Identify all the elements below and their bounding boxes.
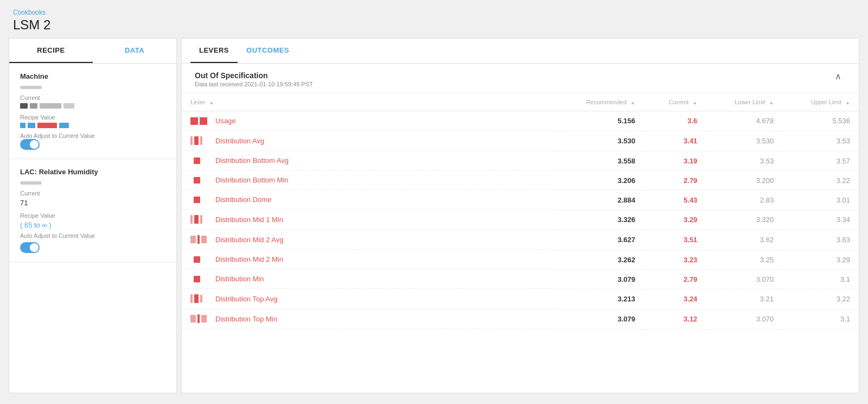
- tab-data[interactable]: DATA: [93, 39, 176, 63]
- content-header-left: Out Of Specification Data last received …: [195, 71, 313, 87]
- tab-recipe[interactable]: RECIPE: [9, 39, 93, 63]
- lever-icon-sq-m: [194, 294, 199, 303]
- lever-icon-red: [190, 117, 198, 125]
- current-cell: 3.29: [644, 210, 706, 230]
- lower-limit-cell: 2.83: [706, 190, 782, 210]
- content-header: Out Of Specification Data last received …: [182, 64, 859, 93]
- table-row: Usage5.1563.64.6785.536: [182, 111, 859, 131]
- lever-icon-bar-p: [190, 294, 193, 303]
- lever-icon-bar: [197, 314, 200, 323]
- lever-cell: Usage: [182, 111, 554, 131]
- recommended-cell: 3.530: [554, 131, 644, 151]
- machine-current-label: Current: [20, 94, 165, 101]
- recommended-cell: 3.627: [554, 230, 644, 250]
- table-body: Usage5.1563.64.6785.536 Distribution Avg…: [182, 111, 859, 330]
- main-tabs: LEVERS OUTCOMES: [182, 39, 859, 64]
- machine-auto-adjust-label: Auto Adjust to Current Value: [20, 132, 165, 139]
- lever-name[interactable]: Distribution Mid 2 Avg: [215, 236, 284, 244]
- col-current[interactable]: Current ▲: [644, 93, 706, 111]
- humidity-toggle-knob: [30, 243, 39, 252]
- col-lever[interactable]: Lever ▲: [182, 93, 554, 111]
- col-recommended[interactable]: Recommended ▲: [554, 93, 644, 111]
- lever-icon-sq-pink1: [190, 315, 196, 323]
- table-row: Distribution Avg3.5303.413.5303.53: [182, 131, 859, 151]
- table-row: Distribution Mid 2 Avg3.6273.513.623.63: [182, 230, 859, 250]
- lever-icon-group: [190, 157, 212, 164]
- lever-cell: Distribution Bottom Avg: [182, 151, 554, 171]
- app-title: LSM 2: [13, 17, 855, 33]
- lever-icon-bar-mid: [194, 215, 199, 224]
- lever-name[interactable]: Distribution Mid 1 Min: [215, 216, 283, 224]
- lever-icon-sq: [194, 256, 200, 263]
- current-cell: 3.24: [644, 289, 706, 309]
- lever-name[interactable]: Distribution Bottom Avg: [215, 156, 289, 165]
- lever-icon-sq-pink2: [201, 236, 207, 243]
- machine-toggle[interactable]: [20, 139, 40, 150]
- recommended-cell: 2.884: [554, 190, 644, 210]
- tab-outcomes[interactable]: OUTCOMES: [238, 39, 298, 63]
- lever-cell: Distribution Avg: [182, 131, 554, 151]
- lever-icon-sq: [194, 276, 200, 282]
- recommended-cell: 3.079: [554, 269, 644, 289]
- upper-limit-cell: 3.01: [782, 190, 859, 210]
- recommended-cell: 3.326: [554, 210, 644, 230]
- current-cell: 3.19: [644, 151, 706, 171]
- lower-limit-cell: 3.200: [706, 171, 782, 190]
- table-row: Distribution Top Min3.0793.123.0703.1: [182, 309, 859, 329]
- lower-sort-icon: ▲: [769, 100, 774, 105]
- current-cell: 5.43: [644, 190, 706, 210]
- current-cell: 3.41: [644, 131, 706, 151]
- lever-icon-bar-mid: [194, 136, 199, 145]
- upper-limit-cell: 3.22: [782, 289, 859, 309]
- lever-icon-bar-p2: [200, 295, 202, 302]
- col-lower-limit[interactable]: Lower Limit ▲: [706, 93, 782, 111]
- recommended-cell: 3.079: [554, 309, 644, 329]
- lever-icon-group: [190, 256, 212, 263]
- lower-limit-cell: 3.320: [706, 210, 782, 230]
- lever-name[interactable]: Distribution Dome: [215, 195, 271, 204]
- lever-icon-group: [190, 117, 212, 125]
- lever-icon-group: [190, 294, 212, 303]
- current-cell: 3.12: [644, 309, 706, 329]
- col-upper-limit[interactable]: Upper Limit ▲: [782, 93, 859, 111]
- humidity-auto-adjust-label: Auto Adjust to Current Value: [20, 232, 165, 239]
- lever-icon-bar-pink2: [200, 136, 202, 145]
- machine-title: Machine: [20, 72, 165, 80]
- lever-name[interactable]: Distribution Top Min: [215, 315, 277, 323]
- upper-limit-cell: 3.34: [782, 210, 859, 230]
- table-row: Distribution Mid 2 Min3.2623.233.253.29: [182, 250, 859, 269]
- collapse-button[interactable]: ∧: [831, 71, 846, 81]
- machine-toggle-knob: [30, 140, 39, 149]
- main-layout: RECIPE DATA Machine Current Recipe Value…: [0, 38, 868, 393]
- lever-name[interactable]: Distribution Mid 2 Min: [215, 255, 283, 263]
- recommended-cell: 3.558: [554, 151, 644, 171]
- lever-icon-red2: [200, 117, 207, 125]
- upper-sort-icon: ▲: [845, 100, 850, 105]
- tab-levers[interactable]: LEVERS: [190, 39, 238, 63]
- humidity-recipe-label: Recipe Value: [20, 212, 165, 219]
- lever-name[interactable]: Usage: [215, 117, 236, 125]
- upper-limit-cell: 3.29: [782, 250, 859, 269]
- humidity-auto-adjust-row: Auto Adjust to Current Value: [20, 232, 165, 239]
- recommended-cell: 3.262: [554, 250, 644, 269]
- lever-name[interactable]: Distribution Min: [215, 275, 264, 283]
- lower-limit-cell: 3.25: [706, 250, 782, 269]
- lever-name[interactable]: Distribution Bottom Min: [215, 176, 288, 184]
- breadcrumb[interactable]: Cookbooks: [13, 9, 855, 16]
- lever-cell: Distribution Mid 2 Avg: [182, 230, 554, 250]
- table-row: Distribution Bottom Min3.2062.793.2003.2…: [182, 171, 859, 190]
- lever-name[interactable]: Distribution Top Avg: [215, 295, 277, 303]
- lever-icon-group: [190, 235, 212, 244]
- lever-cell: Distribution Min: [182, 269, 554, 289]
- sidebar: RECIPE DATA Machine Current Recipe Value…: [9, 38, 177, 393]
- humidity-title: LAC: Relative Humidity: [20, 168, 165, 176]
- lever-sort-icon: ▲: [209, 100, 214, 105]
- humidity-recipe-value: ( 65 to ∞ ): [20, 221, 165, 229]
- humidity-current-label: Current: [20, 190, 165, 197]
- lever-name[interactable]: Distribution Avg: [215, 137, 264, 145]
- humidity-toggle[interactable]: [20, 242, 40, 253]
- current-cell: 2.79: [644, 269, 706, 289]
- lever-icon-sq: [194, 197, 200, 203]
- humidity-section: LAC: Relative Humidity Current 71 Recipe…: [9, 159, 176, 262]
- table-container: Lever ▲ Recommended ▲ Current ▲ Lower: [182, 93, 859, 393]
